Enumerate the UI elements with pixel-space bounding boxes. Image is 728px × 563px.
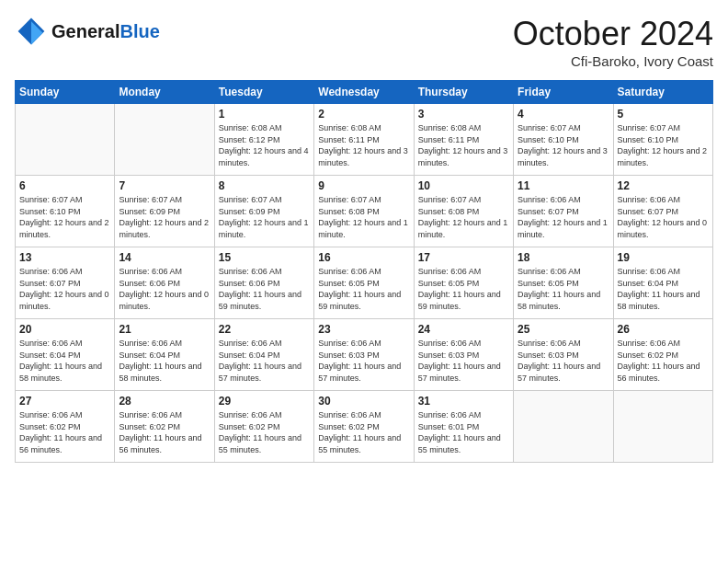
month-title: October 2024 xyxy=(513,15,713,53)
day-info: Sunrise: 6:06 AM Sunset: 6:07 PM Dayligh… xyxy=(19,266,110,312)
day-number: 18 xyxy=(518,251,609,264)
day-number: 16 xyxy=(318,251,409,264)
calendar-cell: 18Sunrise: 6:06 AM Sunset: 6:05 PM Dayli… xyxy=(514,247,613,319)
day-info: Sunrise: 6:07 AM Sunset: 6:09 PM Dayligh… xyxy=(119,194,210,240)
day-info: Sunrise: 6:06 AM Sunset: 6:02 PM Dayligh… xyxy=(119,409,210,455)
day-info: Sunrise: 6:06 AM Sunset: 6:06 PM Dayligh… xyxy=(219,266,310,312)
day-info: Sunrise: 6:06 AM Sunset: 6:04 PM Dayligh… xyxy=(219,338,310,384)
day-info: Sunrise: 6:07 AM Sunset: 6:10 PM Dayligh… xyxy=(19,194,110,240)
calendar-cell: 3Sunrise: 6:08 AM Sunset: 6:11 PM Daylig… xyxy=(414,104,513,176)
day-info: Sunrise: 6:06 AM Sunset: 6:05 PM Dayligh… xyxy=(318,266,409,312)
weekday-header: Sunday xyxy=(16,81,115,104)
day-info: Sunrise: 6:08 AM Sunset: 6:11 PM Dayligh… xyxy=(418,122,509,168)
day-number: 15 xyxy=(219,251,310,264)
day-number: 31 xyxy=(418,395,509,408)
day-info: Sunrise: 6:07 AM Sunset: 6:08 PM Dayligh… xyxy=(318,194,409,240)
day-info: Sunrise: 6:06 AM Sunset: 6:01 PM Dayligh… xyxy=(418,409,509,455)
calendar-cell: 1Sunrise: 6:08 AM Sunset: 6:12 PM Daylig… xyxy=(214,104,313,176)
weekday-header: Saturday xyxy=(613,81,712,104)
calendar-week-row: 13Sunrise: 6:06 AM Sunset: 6:07 PM Dayli… xyxy=(16,247,713,319)
weekday-header-row: SundayMondayTuesdayWednesdayThursdayFrid… xyxy=(16,81,713,104)
calendar-cell: 10Sunrise: 6:07 AM Sunset: 6:08 PM Dayli… xyxy=(414,176,513,247)
day-info: Sunrise: 6:08 AM Sunset: 6:12 PM Dayligh… xyxy=(219,122,310,168)
calendar-cell: 2Sunrise: 6:08 AM Sunset: 6:11 PM Daylig… xyxy=(314,104,414,176)
day-info: Sunrise: 6:06 AM Sunset: 6:05 PM Dayligh… xyxy=(418,266,509,312)
logo: GeneralBlue xyxy=(15,15,160,48)
day-info: Sunrise: 6:08 AM Sunset: 6:11 PM Dayligh… xyxy=(318,122,409,168)
day-number: 21 xyxy=(119,323,210,336)
calendar-cell: 20Sunrise: 6:06 AM Sunset: 6:04 PM Dayli… xyxy=(16,319,115,391)
weekday-header: Thursday xyxy=(414,81,513,104)
day-info: Sunrise: 6:06 AM Sunset: 6:02 PM Dayligh… xyxy=(318,409,409,455)
calendar-cell xyxy=(115,104,214,176)
day-info: Sunrise: 6:06 AM Sunset: 6:04 PM Dayligh… xyxy=(618,266,709,312)
calendar-week-row: 1Sunrise: 6:08 AM Sunset: 6:12 PM Daylig… xyxy=(16,104,713,176)
calendar-table: SundayMondayTuesdayWednesdayThursdayFrid… xyxy=(15,80,713,463)
day-number: 27 xyxy=(19,395,110,408)
day-info: Sunrise: 6:06 AM Sunset: 6:04 PM Dayligh… xyxy=(19,338,110,384)
day-number: 28 xyxy=(119,395,210,408)
day-number: 19 xyxy=(618,251,709,264)
weekday-header: Monday xyxy=(115,81,214,104)
calendar-header: SundayMondayTuesdayWednesdayThursdayFrid… xyxy=(16,81,713,104)
calendar-cell: 8Sunrise: 6:07 AM Sunset: 6:09 PM Daylig… xyxy=(214,176,313,247)
calendar-cell: 11Sunrise: 6:06 AM Sunset: 6:07 PM Dayli… xyxy=(514,176,613,247)
title-block: October 2024 Cfi-Baroko, Ivory Coast xyxy=(513,15,713,69)
day-info: Sunrise: 6:06 AM Sunset: 6:02 PM Dayligh… xyxy=(219,409,310,455)
calendar-cell: 4Sunrise: 6:07 AM Sunset: 6:10 PM Daylig… xyxy=(514,104,613,176)
calendar-cell: 14Sunrise: 6:06 AM Sunset: 6:06 PM Dayli… xyxy=(115,247,214,319)
calendar-cell: 13Sunrise: 6:06 AM Sunset: 6:07 PM Dayli… xyxy=(16,247,115,319)
day-number: 20 xyxy=(19,323,110,336)
day-info: Sunrise: 6:06 AM Sunset: 6:03 PM Dayligh… xyxy=(518,338,609,384)
calendar-cell: 22Sunrise: 6:06 AM Sunset: 6:04 PM Dayli… xyxy=(214,319,313,391)
calendar-cell xyxy=(613,391,712,463)
day-number: 7 xyxy=(119,179,210,192)
day-number: 13 xyxy=(19,251,110,264)
calendar-cell: 5Sunrise: 6:07 AM Sunset: 6:10 PM Daylig… xyxy=(613,104,712,176)
day-info: Sunrise: 6:07 AM Sunset: 6:09 PM Dayligh… xyxy=(219,194,310,240)
calendar-cell: 29Sunrise: 6:06 AM Sunset: 6:02 PM Dayli… xyxy=(214,391,313,463)
location-subtitle: Cfi-Baroko, Ivory Coast xyxy=(513,53,713,69)
calendar-cell: 24Sunrise: 6:06 AM Sunset: 6:03 PM Dayli… xyxy=(414,319,513,391)
day-number: 9 xyxy=(318,179,409,192)
weekday-header: Wednesday xyxy=(314,81,414,104)
day-info: Sunrise: 6:06 AM Sunset: 6:02 PM Dayligh… xyxy=(618,338,709,384)
weekday-header: Tuesday xyxy=(214,81,313,104)
day-info: Sunrise: 6:06 AM Sunset: 6:07 PM Dayligh… xyxy=(518,194,609,240)
day-info: Sunrise: 6:06 AM Sunset: 6:05 PM Dayligh… xyxy=(518,266,609,312)
calendar-cell: 16Sunrise: 6:06 AM Sunset: 6:05 PM Dayli… xyxy=(314,247,414,319)
day-info: Sunrise: 6:06 AM Sunset: 6:03 PM Dayligh… xyxy=(418,338,509,384)
weekday-header: Friday xyxy=(514,81,613,104)
day-info: Sunrise: 6:06 AM Sunset: 6:07 PM Dayligh… xyxy=(618,194,709,240)
day-number: 14 xyxy=(119,251,210,264)
day-number: 6 xyxy=(19,179,110,192)
day-number: 10 xyxy=(418,179,509,192)
day-number: 8 xyxy=(219,179,310,192)
calendar-cell: 21Sunrise: 6:06 AM Sunset: 6:04 PM Dayli… xyxy=(115,319,214,391)
day-number: 29 xyxy=(219,395,310,408)
day-number: 11 xyxy=(518,179,609,192)
day-number: 26 xyxy=(618,323,709,336)
day-number: 2 xyxy=(318,108,409,121)
calendar-cell: 28Sunrise: 6:06 AM Sunset: 6:02 PM Dayli… xyxy=(115,391,214,463)
calendar-cell: 7Sunrise: 6:07 AM Sunset: 6:09 PM Daylig… xyxy=(115,176,214,247)
logo-icon xyxy=(15,15,48,48)
calendar-cell: 6Sunrise: 6:07 AM Sunset: 6:10 PM Daylig… xyxy=(16,176,115,247)
calendar-cell: 9Sunrise: 6:07 AM Sunset: 6:08 PM Daylig… xyxy=(314,176,414,247)
calendar-cell: 25Sunrise: 6:06 AM Sunset: 6:03 PM Dayli… xyxy=(514,319,613,391)
calendar-week-row: 20Sunrise: 6:06 AM Sunset: 6:04 PM Dayli… xyxy=(16,319,713,391)
day-number: 4 xyxy=(518,108,609,121)
calendar-cell: 26Sunrise: 6:06 AM Sunset: 6:02 PM Dayli… xyxy=(613,319,712,391)
day-number: 22 xyxy=(219,323,310,336)
day-number: 30 xyxy=(318,395,409,408)
calendar-cell: 12Sunrise: 6:06 AM Sunset: 6:07 PM Dayli… xyxy=(613,176,712,247)
calendar-body: 1Sunrise: 6:08 AM Sunset: 6:12 PM Daylig… xyxy=(16,104,713,463)
day-number: 24 xyxy=(418,323,509,336)
day-info: Sunrise: 6:06 AM Sunset: 6:03 PM Dayligh… xyxy=(318,338,409,384)
logo-text: GeneralBlue xyxy=(51,21,160,41)
day-number: 25 xyxy=(518,323,609,336)
calendar-cell: 31Sunrise: 6:06 AM Sunset: 6:01 PM Dayli… xyxy=(414,391,513,463)
day-info: Sunrise: 6:06 AM Sunset: 6:02 PM Dayligh… xyxy=(19,409,110,455)
day-number: 23 xyxy=(318,323,409,336)
calendar-cell: 17Sunrise: 6:06 AM Sunset: 6:05 PM Dayli… xyxy=(414,247,513,319)
